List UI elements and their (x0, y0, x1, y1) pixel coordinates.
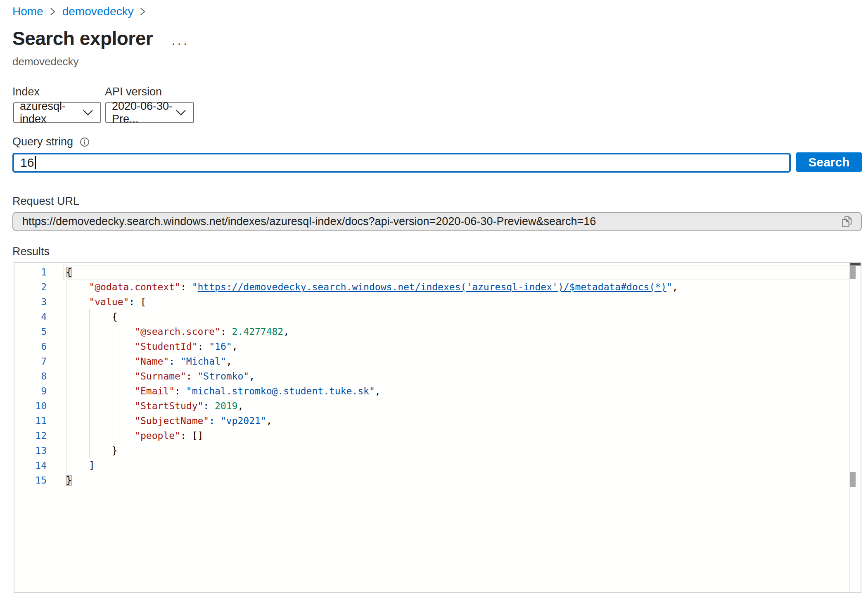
chevron-down-icon (175, 106, 187, 119)
json-token: "SubjectName" (135, 415, 209, 426)
code-line: "Surname": "Stromko", (14, 369, 848, 384)
page-subtitle: demovedecky (12, 55, 78, 68)
breadcrumb: Home demovedecky (12, 5, 152, 18)
code-line: { (14, 265, 848, 280)
request-url-field[interactable]: https://demovedecky.search.windows.net/i… (12, 212, 862, 231)
api-version-dropdown-value: 2020-06-30-Pre... (112, 100, 175, 126)
json-token: " (192, 282, 198, 292)
json-token: "@search.score" (135, 326, 221, 337)
json-token: "people" (135, 430, 180, 441)
json-token: : (180, 282, 192, 292)
json-token: : [] (180, 430, 203, 441)
json-token: , (266, 415, 272, 426)
json-token: ] (89, 460, 95, 471)
request-url-value: https://demovedecky.search.windows.net/i… (22, 215, 839, 228)
index-dropdown-value: azuresql-index (20, 100, 82, 126)
indent-guide (66, 280, 66, 473)
results-label: Results (12, 245, 50, 258)
json-token: "michal.stromko@.student.tuke.sk" (186, 386, 375, 396)
copy-icon (841, 215, 853, 228)
json-token: , (283, 326, 289, 337)
request-url-label: Request URL (12, 195, 79, 208)
query-input[interactable]: 16 (12, 153, 791, 173)
json-token: "@odata.context" (89, 282, 180, 292)
json-token: , (249, 371, 255, 382)
search-button[interactable]: Search (796, 152, 862, 172)
json-token: : (198, 341, 209, 352)
json-token: { (66, 267, 72, 278)
json-token: 2.4277482 (232, 326, 284, 337)
code-line: "SubjectName": "vp2021", (14, 413, 848, 428)
json-token: : (221, 326, 232, 337)
code-line: "StartStudy": 2019, (14, 398, 848, 413)
json-token: "value" (89, 296, 129, 307)
scrollbar-track-separator (849, 263, 850, 592)
code-line: "@odata.context": "https://demovedecky.s… (14, 280, 848, 294)
code-line: "Email": "michal.stromko@.student.tuke.s… (14, 384, 848, 398)
page-title: Search explorer (12, 27, 153, 50)
code-area: { "@odata.context": "https://demovedecky… (14, 265, 848, 488)
code-line: } (14, 473, 848, 488)
json-token: " (666, 282, 672, 292)
code-line: "StudentId": "16", (14, 339, 848, 354)
json-token: "Stromko" (198, 371, 249, 382)
json-token: , (232, 341, 238, 352)
json-token: , (672, 282, 678, 292)
json-token: : [ (129, 296, 146, 307)
code-line: "Name": "Michal", (14, 354, 848, 369)
json-token: { (112, 311, 118, 322)
breadcrumb-link-home[interactable]: Home (12, 5, 43, 18)
query-input-value: 16 (20, 156, 34, 170)
index-dropdown[interactable]: azuresql-index (13, 102, 101, 123)
json-token: "16" (209, 341, 232, 352)
index-label: Index (12, 85, 40, 98)
code-line: } (14, 443, 848, 458)
json-token: : (209, 415, 221, 426)
json-token: } (112, 445, 118, 456)
json-token: , (237, 401, 243, 411)
title-row: Search explorer ··· (12, 27, 189, 50)
json-token: , (375, 386, 381, 396)
json-token: "StartStudy" (135, 401, 203, 411)
json-token: "Michal" (180, 356, 226, 367)
code-line: { (14, 309, 848, 324)
chevron-down-icon (82, 106, 94, 119)
json-token: "StudentId" (135, 341, 197, 352)
indent-guide (89, 309, 90, 458)
json-token: "Name" (135, 356, 169, 367)
json-token: "vp2021" (221, 415, 266, 426)
code-line: "@search.score": 2.4277482, (14, 324, 848, 339)
code-line: "people": [] (14, 428, 848, 443)
json-link[interactable]: https://demovedecky.search.windows.net/i… (198, 282, 666, 292)
chevron-right-icon (140, 7, 146, 17)
breadcrumb-link-demovedecky[interactable]: demovedecky (62, 5, 134, 18)
results-json-editor[interactable]: 123456789101112131415 { "@odata.context"… (14, 262, 861, 593)
context-menu-ellipsis-button[interactable]: ··· (171, 39, 189, 47)
text-cursor (35, 156, 36, 169)
copy-button[interactable] (839, 213, 855, 230)
overview-ruler-mark-top (850, 263, 861, 266)
chevron-right-icon (50, 7, 56, 17)
scrollbar-thumb[interactable] (850, 266, 856, 279)
code-line: "value": [ (14, 294, 848, 309)
api-version-label: API version (105, 85, 162, 98)
api-version-dropdown[interactable]: 2020-06-30-Pre... (105, 102, 194, 123)
json-token: } (66, 475, 72, 486)
json-token: : (175, 386, 186, 396)
json-token: , (226, 356, 232, 367)
json-token: : (203, 401, 215, 411)
json-token: : (169, 356, 180, 367)
json-token: "Email" (135, 386, 175, 396)
json-token: : (186, 371, 198, 382)
indent-guide (112, 324, 112, 443)
code-line: ] (14, 458, 848, 473)
json-token: 2019 (215, 401, 237, 411)
info-icon[interactable] (80, 137, 90, 147)
query-string-label: Query string (12, 135, 73, 148)
json-token: "Surname" (135, 371, 186, 382)
overview-ruler-mark-bracket (850, 472, 856, 487)
